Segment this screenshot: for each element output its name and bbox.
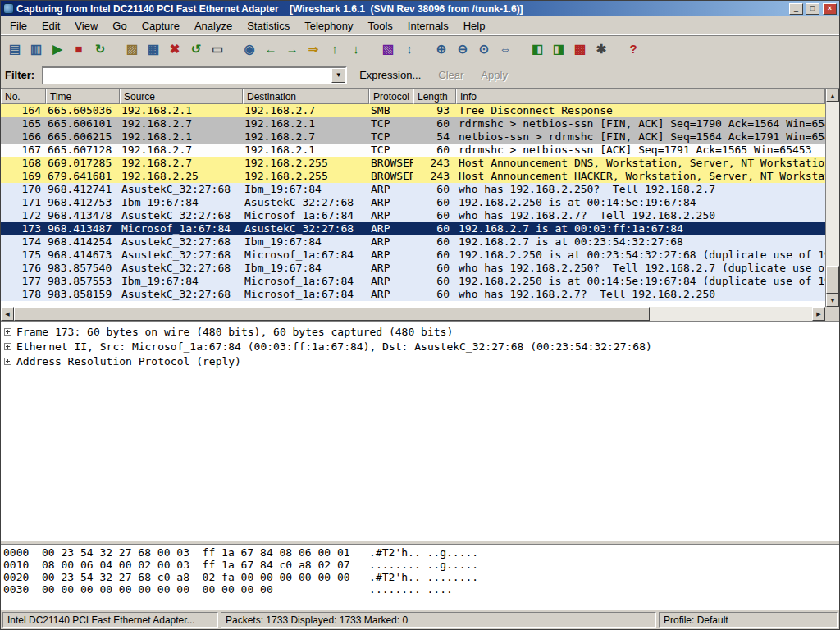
autoscroll-button[interactable]: ↕ [399, 39, 420, 59]
find-packet-button[interactable]: ◉ [239, 39, 260, 59]
coloring-rules-button[interactable]: ▩ [569, 39, 591, 59]
packet-row[interactable]: 170 968.412741 AsustekC_32:27:68 Ibm_19:… [1, 183, 825, 196]
packet-row[interactable]: 169 679.641681 192.168.2.25 192.168.2.25… [1, 170, 825, 183]
menu-analyze[interactable]: Analyze [187, 17, 240, 34]
column-header-destination[interactable]: Destination [243, 89, 369, 104]
vertical-scroll-track[interactable] [826, 102, 839, 294]
save-file-button[interactable]: ▦ [143, 39, 164, 59]
column-header-info[interactable]: Info [456, 89, 825, 104]
expression-button[interactable]: Expression... [354, 66, 426, 84]
packet-row[interactable]: 166 665.606215 192.168.2.1 192.168.2.7 T… [1, 130, 825, 144]
packet-row[interactable]: 175 968.414673 AsustekC_32:27:68 Microso… [1, 249, 825, 262]
vertical-scroll-thumb[interactable] [826, 266, 839, 294]
filter-input[interactable] [43, 68, 331, 83]
packet-row[interactable]: 164 665.605036 192.168.2.1 192.168.2.7 S… [1, 104, 825, 117]
go-to-bottom-button[interactable]: ↓ [345, 39, 367, 59]
cell-destination: Microsof_1a:67:84 [243, 275, 369, 288]
column-header-time[interactable]: Time [46, 89, 120, 104]
detail-row-frame[interactable]: Frame 173: 60 bytes on wire (480 bits), … [1, 324, 839, 339]
hex-bytes: 08 00 06 04 00 02 00 03 ff 1a 67 84 c0 a… [42, 559, 350, 571]
horizontal-scroll-track[interactable] [14, 307, 812, 321]
zoom-100-button[interactable]: ⊙ [473, 39, 495, 59]
filter-dropdown-button[interactable]: ▼ [331, 68, 345, 83]
packet-row[interactable]: 165 665.606101 192.168.2.7 192.168.2.1 T… [1, 117, 825, 130]
menu-edit[interactable]: Edit [34, 17, 67, 34]
column-header-protocol[interactable]: Protocol [369, 89, 413, 104]
display-filters-button[interactable]: ◨ [548, 39, 569, 59]
cell-destination: AsustekC_32:27:68 [243, 222, 369, 235]
hex-row-0020[interactable]: 0020 00 23 54 32 27 68 c0 a8 02 fa 00 00… [3, 571, 837, 583]
packet-row[interactable]: 174 968.414254 AsustekC_32:27:68 Ibm_19:… [1, 235, 825, 249]
detail-row-ethernet[interactable]: Ethernet II, Src: Microsof_1a:67:84 (00:… [1, 339, 839, 354]
horizontal-scroll-thumb[interactable] [14, 307, 650, 321]
colorize-button[interactable]: ▧ [377, 39, 399, 59]
packet-row[interactable]: 172 968.413478 AsustekC_32:27:68 Microso… [1, 209, 825, 222]
capture-stop-button[interactable]: ■ [68, 39, 89, 59]
zoom-in-button[interactable]: ⊕ [431, 39, 452, 59]
detail-text: Frame 173: 60 bytes on wire (480 bits), … [16, 326, 453, 338]
menu-file[interactable]: File [2, 17, 34, 34]
cell-info: Host Announcement DNS, Workstation, Serv… [456, 157, 825, 170]
cell-destination: Microsof_1a:67:84 [243, 249, 369, 262]
go-to-packet-button[interactable]: ⇒ [303, 39, 324, 59]
packet-row[interactable]: 167 665.607128 192.168.2.7 192.168.2.1 T… [1, 144, 825, 157]
maximize-button[interactable]: □ [806, 3, 819, 15]
resize-columns-button[interactable]: ⇔ [495, 39, 516, 59]
menu-help[interactable]: Help [456, 17, 493, 34]
print-button[interactable]: ▭ [207, 39, 228, 59]
zoom-out-button[interactable]: ⊖ [452, 39, 473, 59]
packet-row[interactable]: 176 983.857540 AsustekC_32:27:68 Ibm_19:… [1, 262, 825, 275]
menu-go[interactable]: Go [105, 17, 134, 34]
packet-row[interactable]: 168 669.017285 192.168.2.7 192.168.2.255… [1, 157, 825, 170]
capture-start-button[interactable]: ▶ [47, 39, 68, 59]
packet-row[interactable]: 171 968.412753 Ibm_19:67:84 AsustekC_32:… [1, 196, 825, 209]
capture-filters-button[interactable]: ◧ [527, 39, 548, 59]
scroll-left-arrow-icon[interactable]: ◀ [1, 307, 14, 321]
clear-button[interactable]: Clear [433, 66, 468, 84]
capture-interfaces-button[interactable]: ▤ [4, 39, 25, 59]
hex-row-0000[interactable]: 0000 00 23 54 32 27 68 00 03 ff 1a 67 84… [3, 546, 837, 559]
cell-source: 192.168.2.1 [120, 104, 243, 117]
go-forward-button[interactable]: → [281, 39, 303, 59]
expander-plus-icon[interactable] [4, 343, 11, 350]
packet-row[interactable]: 178 983.858159 AsustekC_32:27:68 Microso… [1, 288, 825, 301]
hex-row-0030[interactable]: 0030 00 00 00 00 00 00 00 00 00 00 00 00… [3, 583, 837, 596]
filter-bar: Filter: ▼ Expression... Clear Apply [1, 62, 839, 88]
packet-row[interactable]: 177 983.857553 Ibm_19:67:84 Microsof_1a:… [1, 275, 825, 288]
packet-row[interactable]: 173 968.413487 Microsof_1a:67:84 Asustek… [1, 222, 825, 235]
toolbar-icon: ↕ [406, 43, 413, 55]
cell-source: AsustekC_32:27:68 [120, 183, 243, 196]
preferences-button[interactable]: ✱ [591, 39, 612, 59]
scroll-up-arrow-icon[interactable]: ▲ [826, 89, 839, 102]
help-button[interactable]: ? [623, 39, 644, 59]
go-to-top-button[interactable]: ↑ [324, 39, 345, 59]
menu-telephony[interactable]: Telephony [297, 17, 360, 34]
scroll-down-arrow-icon[interactable]: ▼ [826, 294, 839, 307]
cell-length: 54 [413, 130, 456, 144]
apply-button[interactable]: Apply [476, 66, 513, 84]
minimize-button[interactable]: _ [789, 3, 803, 15]
column-header-length[interactable]: Length [413, 89, 456, 104]
close-button[interactable]: × [823, 3, 837, 15]
menu-statistics[interactable]: Statistics [240, 17, 297, 34]
detail-row-arp[interactable]: Address Resolution Protocol (reply) [1, 354, 839, 368]
menu-internals[interactable]: Internals [400, 17, 456, 34]
hex-row-0010[interactable]: 0010 08 00 06 04 00 02 00 03 ff 1a 67 84… [3, 559, 837, 571]
menu-view[interactable]: View [67, 17, 105, 34]
column-header-no[interactable]: No. [1, 89, 46, 104]
vertical-scrollbar[interactable]: ▲ ▼ [825, 89, 839, 307]
menu-tools[interactable]: Tools [360, 17, 399, 34]
open-file-button[interactable]: ▨ [121, 39, 143, 59]
go-back-button[interactable]: ← [260, 39, 281, 59]
expander-plus-icon[interactable] [4, 358, 11, 365]
close-file-button[interactable]: ✖ [164, 39, 185, 59]
status-profile: Profile: Default [659, 612, 838, 628]
reload-button[interactable]: ↺ [185, 39, 207, 59]
capture-restart-button[interactable]: ↻ [89, 39, 111, 59]
expander-plus-icon[interactable] [4, 328, 11, 336]
column-header-source[interactable]: Source [120, 89, 243, 104]
capture-options-button[interactable]: ▥ [25, 39, 47, 59]
scroll-right-arrow-icon[interactable]: ▶ [812, 307, 825, 321]
menu-capture[interactable]: Capture [135, 17, 187, 34]
cell-info: who has 192.168.2.250? Tell 192.168.2.7 … [456, 262, 825, 275]
